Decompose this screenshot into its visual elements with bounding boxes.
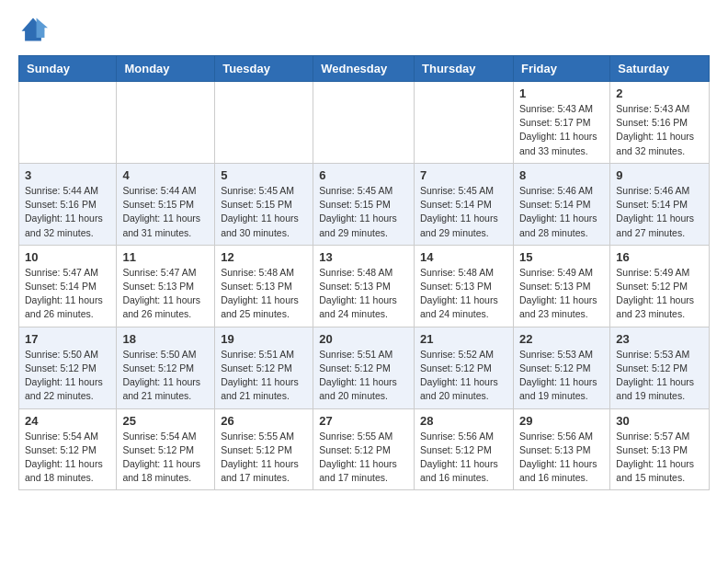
calendar-cell: 12Sunrise: 5:48 AM Sunset: 5:13 PM Dayli…	[215, 245, 313, 327]
day-info: Sunrise: 5:43 AM Sunset: 5:16 PM Dayligh…	[616, 102, 703, 158]
weekday-header-friday: Friday	[513, 56, 609, 82]
day-info: Sunrise: 5:49 AM Sunset: 5:12 PM Dayligh…	[616, 266, 703, 322]
day-number: 23	[616, 332, 703, 346]
page: SundayMondayTuesdayWednesdayThursdayFrid…	[0, 0, 728, 509]
calendar-cell: 21Sunrise: 5:52 AM Sunset: 5:12 PM Dayli…	[415, 327, 514, 408]
week-row-4: 17Sunrise: 5:50 AM Sunset: 5:12 PM Dayli…	[19, 327, 710, 408]
calendar-cell: 2Sunrise: 5:43 AM Sunset: 5:16 PM Daylig…	[610, 82, 710, 164]
logo-icon	[18, 15, 48, 44]
day-info: Sunrise: 5:50 AM Sunset: 5:12 PM Dayligh…	[25, 348, 110, 404]
day-info: Sunrise: 5:54 AM Sunset: 5:12 PM Dayligh…	[25, 430, 110, 486]
day-info: Sunrise: 5:52 AM Sunset: 5:12 PM Dayligh…	[420, 348, 507, 404]
calendar-cell: 26Sunrise: 5:55 AM Sunset: 5:12 PM Dayli…	[215, 408, 313, 490]
calendar-cell: 5Sunrise: 5:45 AM Sunset: 5:15 PM Daylig…	[215, 163, 313, 245]
day-info: Sunrise: 5:48 AM Sunset: 5:13 PM Dayligh…	[319, 266, 408, 322]
day-info: Sunrise: 5:51 AM Sunset: 5:12 PM Dayligh…	[221, 348, 307, 404]
day-info: Sunrise: 5:44 AM Sunset: 5:15 PM Dayligh…	[122, 184, 209, 240]
day-number: 19	[221, 332, 307, 346]
day-info: Sunrise: 5:53 AM Sunset: 5:12 PM Dayligh…	[519, 348, 604, 404]
calendar-cell: 19Sunrise: 5:51 AM Sunset: 5:12 PM Dayli…	[215, 327, 313, 408]
weekday-header-monday: Monday	[117, 56, 215, 82]
calendar-cell: 10Sunrise: 5:47 AM Sunset: 5:14 PM Dayli…	[19, 245, 117, 327]
weekday-header-sunday: Sunday	[19, 56, 117, 82]
day-number: 7	[420, 168, 507, 182]
calendar-cell: 29Sunrise: 5:56 AM Sunset: 5:13 PM Dayli…	[513, 408, 609, 490]
calendar-cell: 18Sunrise: 5:50 AM Sunset: 5:12 PM Dayli…	[117, 327, 215, 408]
day-number: 24	[25, 414, 110, 428]
day-info: Sunrise: 5:44 AM Sunset: 5:16 PM Dayligh…	[25, 184, 110, 240]
calendar-cell: 8Sunrise: 5:46 AM Sunset: 5:14 PM Daylig…	[513, 163, 609, 245]
week-row-3: 10Sunrise: 5:47 AM Sunset: 5:14 PM Dayli…	[19, 245, 710, 327]
calendar: SundayMondayTuesdayWednesdayThursdayFrid…	[18, 55, 710, 490]
day-info: Sunrise: 5:51 AM Sunset: 5:12 PM Dayligh…	[319, 348, 408, 404]
day-number: 17	[25, 332, 110, 346]
calendar-cell: 13Sunrise: 5:48 AM Sunset: 5:13 PM Dayli…	[313, 245, 415, 327]
day-info: Sunrise: 5:53 AM Sunset: 5:12 PM Dayligh…	[616, 348, 703, 404]
day-number: 30	[616, 414, 703, 428]
week-row-2: 3Sunrise: 5:44 AM Sunset: 5:16 PM Daylig…	[19, 163, 710, 245]
day-info: Sunrise: 5:50 AM Sunset: 5:12 PM Dayligh…	[122, 348, 209, 404]
calendar-cell: 27Sunrise: 5:55 AM Sunset: 5:12 PM Dayli…	[313, 408, 415, 490]
calendar-cell: 7Sunrise: 5:45 AM Sunset: 5:14 PM Daylig…	[415, 163, 514, 245]
day-number: 13	[319, 250, 408, 264]
calendar-cell: 23Sunrise: 5:53 AM Sunset: 5:12 PM Dayli…	[610, 327, 710, 408]
weekday-header-tuesday: Tuesday	[215, 56, 313, 82]
day-info: Sunrise: 5:49 AM Sunset: 5:13 PM Dayligh…	[519, 266, 604, 322]
day-info: Sunrise: 5:47 AM Sunset: 5:13 PM Dayligh…	[122, 266, 209, 322]
day-number: 16	[616, 250, 703, 264]
day-number: 10	[25, 250, 110, 264]
calendar-cell: 14Sunrise: 5:48 AM Sunset: 5:13 PM Dayli…	[415, 245, 514, 327]
week-row-5: 24Sunrise: 5:54 AM Sunset: 5:12 PM Dayli…	[19, 408, 710, 490]
day-number: 21	[420, 332, 507, 346]
calendar-cell: 17Sunrise: 5:50 AM Sunset: 5:12 PM Dayli…	[19, 327, 117, 408]
calendar-cell: 22Sunrise: 5:53 AM Sunset: 5:12 PM Dayli…	[513, 327, 609, 408]
header	[18, 15, 710, 44]
day-info: Sunrise: 5:54 AM Sunset: 5:12 PM Dayligh…	[122, 430, 209, 486]
day-info: Sunrise: 5:47 AM Sunset: 5:14 PM Dayligh…	[25, 266, 110, 322]
day-number: 11	[122, 250, 209, 264]
day-info: Sunrise: 5:45 AM Sunset: 5:15 PM Dayligh…	[319, 184, 408, 240]
calendar-cell	[117, 82, 215, 164]
weekday-header-row: SundayMondayTuesdayWednesdayThursdayFrid…	[19, 56, 710, 82]
day-info: Sunrise: 5:55 AM Sunset: 5:12 PM Dayligh…	[319, 430, 408, 486]
day-number: 5	[221, 168, 307, 182]
day-info: Sunrise: 5:56 AM Sunset: 5:12 PM Dayligh…	[420, 430, 507, 486]
day-number: 4	[122, 168, 209, 182]
day-info: Sunrise: 5:45 AM Sunset: 5:14 PM Dayligh…	[420, 184, 507, 240]
day-info: Sunrise: 5:57 AM Sunset: 5:13 PM Dayligh…	[616, 430, 703, 486]
day-number: 3	[25, 168, 110, 182]
day-info: Sunrise: 5:46 AM Sunset: 5:14 PM Dayligh…	[616, 184, 703, 240]
calendar-cell: 25Sunrise: 5:54 AM Sunset: 5:12 PM Dayli…	[117, 408, 215, 490]
calendar-cell: 4Sunrise: 5:44 AM Sunset: 5:15 PM Daylig…	[117, 163, 215, 245]
svg-marker-1	[37, 18, 48, 38]
day-number: 15	[519, 250, 604, 264]
day-number: 2	[616, 86, 703, 100]
day-info: Sunrise: 5:48 AM Sunset: 5:13 PM Dayligh…	[420, 266, 507, 322]
calendar-cell: 16Sunrise: 5:49 AM Sunset: 5:12 PM Dayli…	[610, 245, 710, 327]
calendar-cell: 9Sunrise: 5:46 AM Sunset: 5:14 PM Daylig…	[610, 163, 710, 245]
day-number: 28	[420, 414, 507, 428]
day-number: 26	[221, 414, 307, 428]
day-info: Sunrise: 5:48 AM Sunset: 5:13 PM Dayligh…	[221, 266, 307, 322]
day-number: 18	[122, 332, 209, 346]
calendar-cell	[313, 82, 415, 164]
calendar-cell: 20Sunrise: 5:51 AM Sunset: 5:12 PM Dayli…	[313, 327, 415, 408]
day-info: Sunrise: 5:46 AM Sunset: 5:14 PM Dayligh…	[519, 184, 604, 240]
weekday-header-wednesday: Wednesday	[313, 56, 415, 82]
calendar-cell	[415, 82, 514, 164]
day-info: Sunrise: 5:55 AM Sunset: 5:12 PM Dayligh…	[221, 430, 307, 486]
weekday-header-saturday: Saturday	[610, 56, 710, 82]
day-info: Sunrise: 5:45 AM Sunset: 5:15 PM Dayligh…	[221, 184, 307, 240]
day-info: Sunrise: 5:56 AM Sunset: 5:13 PM Dayligh…	[519, 430, 604, 486]
day-number: 14	[420, 250, 507, 264]
day-number: 1	[519, 86, 604, 100]
day-number: 22	[519, 332, 604, 346]
calendar-cell: 15Sunrise: 5:49 AM Sunset: 5:13 PM Dayli…	[513, 245, 609, 327]
day-number: 27	[319, 414, 408, 428]
day-number: 25	[122, 414, 209, 428]
day-number: 29	[519, 414, 604, 428]
logo	[18, 15, 51, 44]
calendar-cell: 30Sunrise: 5:57 AM Sunset: 5:13 PM Dayli…	[610, 408, 710, 490]
calendar-cell	[215, 82, 313, 164]
calendar-cell: 1Sunrise: 5:43 AM Sunset: 5:17 PM Daylig…	[513, 82, 609, 164]
